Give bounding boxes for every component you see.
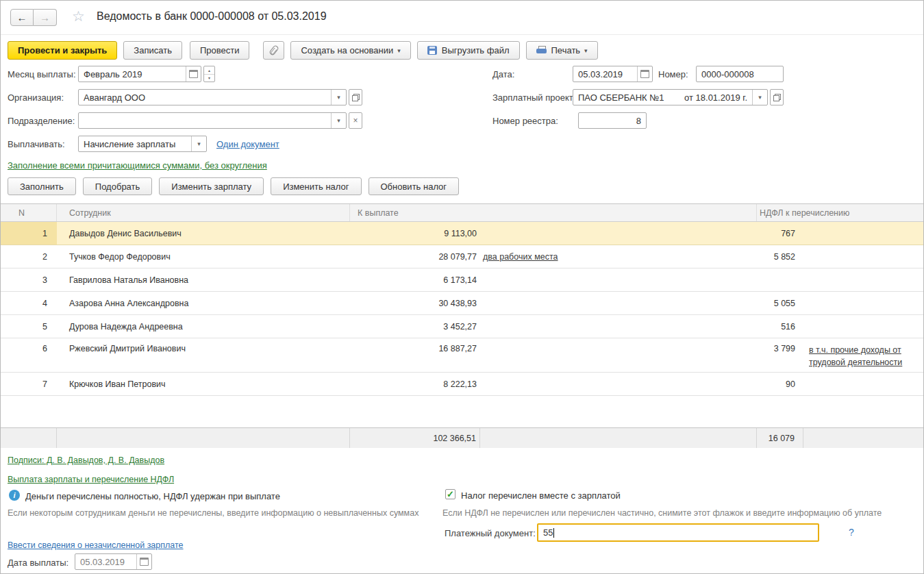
number-field[interactable]: 0000-000008 (696, 66, 784, 82)
signatures-link[interactable]: Подписи: Д. В. Давыдов, Д. В. Давыдов (8, 456, 164, 465)
date-calendar-button[interactable] (637, 66, 652, 82)
table-row[interactable]: 5Дурова Надежда Андреевна3 452,27516 (1, 315, 924, 338)
pay-out-dropdown-button[interactable]: ▾ (191, 136, 206, 151)
one-document-link[interactable]: Один документ (216, 139, 279, 149)
cell-row-number: 2 (1, 245, 57, 268)
department-field[interactable]: ▾ (78, 112, 347, 129)
totals-spacer-cell (803, 428, 924, 448)
cell-ndfl-note (803, 269, 924, 291)
cell-ndfl: 5 852 (757, 245, 803, 268)
cell-ndfl-note-link[interactable]: в т.ч. прочие доходы от трудовой деятель… (809, 344, 913, 369)
table-row[interactable]: 2Тучков Федор Федорович28 079,77два рабо… (1, 245, 924, 269)
favorite-star-icon[interactable]: ☆ (72, 8, 85, 25)
totals-payout: 102 366,51 (350, 428, 480, 448)
header-num[interactable]: N (1, 204, 57, 221)
cell-payout-note (480, 338, 757, 372)
cell-payout-note-link[interactable]: два рабочих места (483, 252, 558, 262)
payment-document-input[interactable]: 55 (537, 523, 819, 542)
cell-ndfl-note: в т.ч. прочие доходы от трудовой деятель… (803, 338, 924, 372)
registry-number-field[interactable]: 8 (578, 112, 647, 129)
cell-payout-note (480, 292, 757, 314)
change-salary-button[interactable]: Изменить зарплату (159, 177, 264, 195)
date-field[interactable]: 05.03.2019 (573, 66, 653, 82)
table-row[interactable]: 6Ржевский Дмитрий Иванович16 887,273 799… (1, 338, 924, 373)
salary-project-open-button[interactable] (770, 89, 784, 105)
header-employee[interactable]: Сотрудник (57, 204, 350, 221)
table-row[interactable]: 7Крючков Иван Петрович8 222,1390 (1, 373, 924, 396)
header-payout[interactable]: К выплате (350, 204, 757, 221)
organization-label: Организация: (8, 92, 64, 103)
create-based-on-button[interactable]: Создать на основании▾ (290, 41, 410, 60)
export-file-icon (427, 46, 437, 55)
table-row[interactable]: 4Азарова Анна Александровна30 438,935 05… (1, 292, 924, 315)
department-clear-button[interactable]: × (349, 112, 362, 129)
fill-all-amounts-link[interactable]: Заполнение всеми причитающимися суммами,… (8, 160, 267, 171)
month-stepper[interactable]: ▴ ▾ (203, 66, 215, 82)
post-and-close-button[interactable]: Провести и закрыть (8, 41, 117, 60)
pay-date-calendar-button[interactable] (136, 554, 151, 569)
save-button[interactable]: Записать (123, 41, 182, 60)
pay-date-field[interactable]: 05.03.2019 (75, 553, 152, 570)
forward-button[interactable]: → (34, 9, 57, 26)
printer-icon (536, 46, 547, 55)
cell-row-number: 6 (1, 338, 57, 372)
calendar-icon (189, 70, 198, 78)
month-label: Месяц выплаты: (8, 69, 76, 79)
print-button[interactable]: Печать▾ (526, 41, 598, 60)
salary-project-value: ПАО СБЕРБАНК №1 (573, 92, 679, 103)
registry-number-value: 8 (579, 116, 646, 126)
update-tax-button[interactable]: Обновить налог (369, 177, 460, 195)
enter-unpaid-salary-link[interactable]: Ввести сведения о незачисленной зарплате (8, 540, 184, 550)
change-tax-button[interactable]: Изменить налог (271, 177, 361, 195)
cell-row-number: 5 (1, 315, 57, 338)
left-hint-text: Если некоторым сотрудникам деньги не пер… (8, 508, 419, 518)
pick-button[interactable]: Подобрать (83, 177, 152, 195)
organization-dropdown-button[interactable]: ▾ (331, 90, 346, 105)
calendar-picker-button[interactable] (186, 66, 201, 82)
attachments-button[interactable] (263, 41, 284, 60)
department-dropdown-button[interactable]: ▾ (331, 113, 346, 128)
fill-button[interactable]: Заполнить (8, 177, 76, 195)
chevron-down-icon: ▾ (337, 117, 340, 124)
month-field[interactable]: Февраль 2019 (78, 66, 201, 82)
back-button[interactable]: ← (10, 9, 34, 26)
export-file-button[interactable]: Выгрузить файл (417, 41, 520, 60)
cell-employee: Тучков Федор Федорович (57, 245, 350, 268)
cell-employee: Ржевский Дмитрий Иванович (57, 338, 350, 372)
pay-out-field[interactable]: Начисление зарплаты ▾ (78, 136, 207, 152)
document-window: ← → ☆ Ведомость в банк 0000-000008 от 05… (0, 0, 924, 574)
spin-down-icon[interactable]: ▾ (204, 75, 214, 82)
cell-ndfl: 5 055 (757, 292, 803, 314)
organization-open-button[interactable] (349, 89, 362, 105)
pay-date-value: 05.03.2019 (75, 557, 136, 567)
cell-payout-note: два рабочих места (480, 245, 757, 268)
organization-field[interactable]: Авангард ООО ▾ (78, 89, 347, 105)
table-row[interactable]: 1Давыдов Денис Васильевич9 113,00767 (1, 222, 924, 245)
table-empty-area (1, 396, 924, 427)
spin-up-icon[interactable]: ▴ (204, 66, 214, 75)
salary-payment-ndfl-link[interactable]: Выплата зарплаты и перечисление НДФЛ (8, 475, 174, 484)
cell-payout: 3 452,27 (350, 315, 480, 338)
tax-transferred-label: Налог перечислен вместе с зарплатой (461, 490, 621, 501)
cell-ndfl-note (803, 373, 924, 395)
cell-payout: 30 438,93 (350, 292, 480, 314)
forward-arrow-icon: → (40, 12, 50, 23)
cell-payout: 9 113,00 (350, 222, 480, 245)
table-row[interactable]: 3Гаврилова Наталья Ивановна6 173,14 (1, 269, 924, 292)
help-question-icon[interactable]: ? (849, 527, 854, 538)
toolbar: Провести и закрыть Записать Провести Соз… (8, 41, 598, 60)
tax-transferred-checkbox[interactable]: ✓ (445, 489, 455, 499)
salary-project-dropdown-button[interactable]: ▾ (752, 90, 767, 105)
header-ndfl[interactable]: НДФЛ к перечислению (757, 204, 924, 221)
chevron-down-icon: ▾ (758, 94, 762, 101)
cell-ndfl-note (803, 245, 924, 268)
cell-employee: Крючков Иван Петрович (57, 373, 350, 395)
totals-employee-cell (57, 428, 350, 448)
check-icon: ✓ (447, 490, 454, 499)
cell-payout-note (480, 315, 757, 338)
post-button[interactable]: Провести (190, 41, 250, 60)
chevron-down-icon: ▾ (397, 47, 401, 54)
salary-project-field[interactable]: ПАО СБЕРБАНК №1 от 18.01.2019 г. ▾ (573, 89, 768, 105)
cell-employee: Гаврилова Наталья Ивановна (57, 269, 350, 291)
chevron-down-icon: ▾ (337, 94, 340, 101)
